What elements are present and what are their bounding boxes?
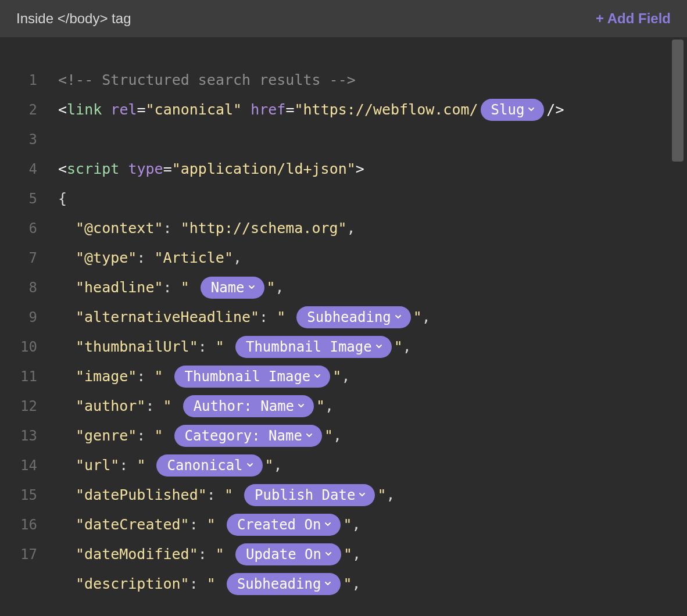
code-line[interactable]: "@type": "Article", [58,243,687,273]
code-token: : [137,249,154,266]
line-number: 1 [0,65,58,95]
code-token: : [163,220,181,237]
code-token: , [333,427,342,444]
field-pill-label: Thumbnail Image [246,340,372,354]
code-token: = [137,101,146,118]
chevron-down-icon [325,550,333,558]
code-token: , [422,309,431,325]
field-pill[interactable]: Canonical [156,454,262,477]
field-pill[interactable]: Created On [227,514,341,536]
code-token: , [274,457,282,474]
line-number: 2 [0,95,58,124]
code-line[interactable]: "alternativeHeadline": " Subheading", [58,302,687,332]
code-token: " [413,309,422,325]
code-content[interactable]: <!-- Structured search results --><link … [58,65,687,599]
code-line[interactable]: "genre": " Category: Name", [58,421,687,450]
line-number: 17 [0,539,58,569]
code-token: " [343,516,352,533]
code-token: " [163,397,181,414]
field-pill-label: Name [211,281,245,295]
code-token: : [198,338,216,355]
code-token: type [128,160,163,177]
chevron-down-icon [528,106,536,114]
panel-header: Inside </body> tag + Add Field [0,0,687,37]
code-token: " [207,575,224,592]
code-token: " [343,575,352,592]
code-token: , [386,486,395,503]
field-pill[interactable]: Author: Name [183,395,314,417]
code-token: , [275,279,284,296]
line-number: 9 [0,302,58,332]
code-line[interactable]: "thumbnailUrl": " Thumbnail Image", [58,332,687,361]
code-token: " [394,338,403,355]
field-pill[interactable]: Category: Name [174,425,322,447]
code-token: " [154,368,171,385]
code-line[interactable]: "headline": " Name", [58,273,687,302]
field-pill[interactable]: Slug [481,99,545,121]
code-token: < [58,160,67,177]
code-line[interactable]: "author": " Author: Name", [58,391,687,421]
field-pill-label: Slug [491,103,525,117]
field-pill-label: Subheading [307,310,391,324]
code-token: : [189,575,207,592]
code-token: : [145,397,163,414]
code-token: "author" [76,397,145,414]
code-token: : [189,516,207,533]
code-token: link [67,101,102,118]
field-pill-label: Thumbnail Image [185,370,311,384]
code-line[interactable]: <!-- Structured search results --> [58,65,687,95]
code-line[interactable]: "description": " Subheading", [58,569,687,599]
code-line[interactable]: "@context": "http://schema.org", [58,213,687,243]
code-token: , [403,338,412,355]
code-token: " [267,279,275,296]
field-pill[interactable]: Thumbnail Image [235,336,392,358]
code-line[interactable] [58,124,687,154]
code-token: = [285,101,294,118]
field-pill[interactable]: Update On [235,543,341,565]
code-line[interactable]: { [58,184,687,213]
code-token: <!-- Structured search results --> [58,71,356,88]
line-number: 16 [0,510,58,539]
line-number-gutter: 1234567891011121314151617 [0,65,58,599]
code-token: "url" [76,457,119,474]
code-line[interactable]: "url": " Canonical", [58,450,687,480]
code-token: "canonical" [146,101,242,118]
code-line[interactable]: <script type="application/ld+json"> [58,154,687,184]
field-pill[interactable]: Publish Date [244,484,375,506]
line-number: 10 [0,332,58,361]
chevron-down-icon [248,284,256,292]
code-editor[interactable]: 1234567891011121314151617 <!-- Structure… [0,37,687,599]
field-pill[interactable]: Subheading [296,306,411,328]
code-token: : [198,546,216,563]
code-line[interactable]: <link rel="canonical" href="https://webf… [58,95,687,124]
field-pill-label: Created On [237,518,321,532]
code-token: " [324,427,333,444]
code-token: "http://schema.org" [181,220,347,237]
code-token: , [233,249,242,266]
code-token: " [277,309,294,325]
line-number: 8 [0,273,58,302]
field-pill-label: Publish Date [255,488,355,502]
code-line[interactable]: "image": " Thumbnail Image", [58,361,687,391]
code-token: "https://webflow.com/ [294,101,478,118]
field-pill[interactable]: Name [201,277,264,299]
field-pill[interactable]: Subheading [227,573,341,595]
chevron-down-icon [324,521,332,529]
chevron-down-icon [246,461,255,470]
code-line[interactable]: "datePublished": " Publish Date", [58,480,687,510]
code-token: "application/ld+json" [172,160,356,177]
code-token: : [137,427,154,444]
chevron-down-icon [359,491,367,499]
field-pill[interactable]: Thumbnail Image [174,366,331,388]
scrollbar-thumb[interactable] [672,40,684,162]
code-token [102,101,110,118]
add-field-button[interactable]: + Add Field [596,10,671,27]
code-token: " [181,279,198,296]
line-number: 11 [0,361,58,391]
code-token: " [265,457,274,474]
code-line[interactable]: "dateModified": " Update On", [58,539,687,569]
code-token: " [137,457,154,474]
code-token: "Article" [154,249,232,266]
code-line[interactable]: "dateCreated": " Created On", [58,510,687,539]
code-token: : [137,368,154,385]
